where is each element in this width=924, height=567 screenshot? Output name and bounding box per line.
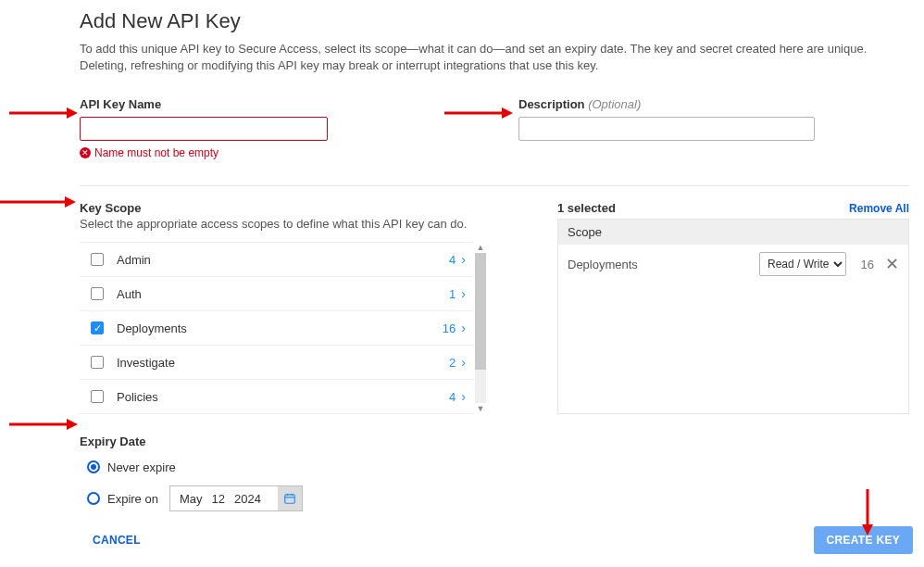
api-key-name-error: ✕ Name must not be empty bbox=[80, 146, 515, 159]
api-key-name-input[interactable] bbox=[80, 117, 328, 141]
expiry-never-row[interactable]: Never expire bbox=[87, 454, 909, 480]
scope-item-admin[interactable]: Admin 4 › bbox=[80, 243, 473, 277]
checkbox-icon[interactable]: ✓ bbox=[91, 321, 104, 334]
scope-list: Admin 4 › Auth 1 › ✓ Deployments 16 bbox=[80, 242, 473, 414]
expiry-never-label: Never expire bbox=[107, 460, 176, 474]
expiry-on-row[interactable]: Expire on May 12 2024 bbox=[87, 485, 909, 511]
date-year: 2024 bbox=[234, 492, 261, 506]
error-icon: ✕ bbox=[80, 147, 91, 158]
scroll-up-icon[interactable]: ▲ bbox=[477, 242, 485, 253]
description-label-text: Description bbox=[518, 97, 585, 111]
chevron-right-icon[interactable]: › bbox=[461, 286, 466, 301]
selected-panel: Scope Deployments Read / Write 16 ✕ bbox=[557, 219, 909, 414]
radio-icon[interactable] bbox=[87, 460, 100, 473]
error-text: Name must not be empty bbox=[94, 146, 219, 159]
scope-item-count: 2 bbox=[449, 356, 456, 370]
checkbox-icon[interactable] bbox=[91, 356, 104, 369]
key-scope-sub: Select the appropriate access scopes to … bbox=[80, 217, 515, 231]
scope-item-deployments[interactable]: ✓ Deployments 16 › bbox=[80, 311, 473, 346]
permission-select[interactable]: Read / Write bbox=[759, 252, 846, 276]
checkbox-icon[interactable] bbox=[91, 390, 104, 403]
page-description: To add this unique API key to Secure Acc… bbox=[80, 41, 909, 73]
scope-item-count: 4 bbox=[449, 253, 456, 267]
scroll-down-icon[interactable]: ▼ bbox=[477, 403, 485, 414]
chevron-right-icon[interactable]: › bbox=[461, 389, 466, 404]
scope-item-count: 1 bbox=[449, 287, 456, 301]
svg-rect-0 bbox=[285, 495, 295, 503]
expiry-date-input[interactable]: May 12 2024 bbox=[169, 485, 303, 511]
selected-row-count: 16 bbox=[857, 258, 874, 271]
scope-item-label: Auth bbox=[117, 287, 449, 301]
create-key-button[interactable]: CREATE KEY bbox=[814, 526, 913, 554]
scope-item-policies[interactable]: Policies 4 › bbox=[80, 380, 473, 414]
checkbox-icon[interactable] bbox=[91, 253, 104, 266]
checkbox-icon[interactable] bbox=[91, 287, 104, 300]
close-icon[interactable]: ✕ bbox=[885, 256, 899, 272]
scope-item-count: 4 bbox=[449, 390, 456, 404]
expiry-on-label: Expire on bbox=[107, 492, 158, 506]
cancel-button[interactable]: CANCEL bbox=[93, 534, 141, 547]
selected-header: Scope bbox=[558, 220, 908, 245]
description-label: Description (Optional) bbox=[518, 97, 909, 111]
calendar-icon[interactable] bbox=[278, 486, 302, 510]
scope-item-label: Admin bbox=[117, 253, 449, 267]
description-input[interactable] bbox=[518, 117, 815, 141]
scope-item-label: Deployments bbox=[117, 321, 443, 335]
chevron-right-icon[interactable]: › bbox=[461, 355, 466, 370]
selected-row-name: Deployments bbox=[568, 258, 748, 271]
scope-item-auth[interactable]: Auth 1 › bbox=[80, 277, 473, 311]
remove-all-link[interactable]: Remove All bbox=[849, 202, 909, 215]
divider bbox=[80, 185, 909, 186]
date-day: 12 bbox=[211, 492, 224, 506]
expiry-label: Expiry Date bbox=[80, 435, 909, 448]
scrollbar[interactable]: ▲ ▼ bbox=[475, 242, 486, 414]
selected-count: 1 selected bbox=[557, 201, 616, 215]
chevron-right-icon[interactable]: › bbox=[461, 321, 466, 335]
key-scope-label: Key Scope bbox=[80, 201, 515, 215]
chevron-right-icon[interactable]: › bbox=[461, 252, 466, 267]
scope-item-investigate[interactable]: Investigate 2 › bbox=[80, 346, 473, 380]
date-month: May bbox=[180, 492, 203, 506]
selected-row: Deployments Read / Write 16 ✕ bbox=[558, 245, 908, 284]
description-optional: (Optional) bbox=[588, 97, 641, 111]
scope-item-label: Policies bbox=[117, 390, 449, 404]
scope-item-label: Investigate bbox=[117, 356, 449, 370]
scope-item-count: 16 bbox=[443, 321, 456, 335]
api-key-name-label: API Key Name bbox=[80, 97, 515, 111]
page-title: Add New API Key bbox=[80, 9, 909, 33]
radio-icon[interactable] bbox=[87, 492, 100, 505]
